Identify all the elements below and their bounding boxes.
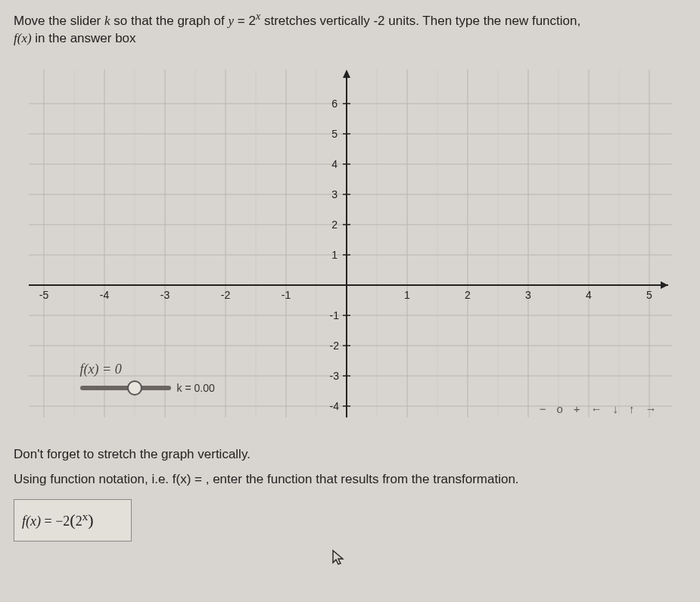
graph-panel[interactable]: -5 -4 -3 -2 -1 1 2 3 4 5 1 2 3 4 5 6 -1 … (21, 58, 680, 429)
slider-k-value: k = 0.00 (177, 382, 215, 394)
svg-text:5: 5 (646, 289, 652, 301)
graph-toolbar: − o + ← ↓ ↑ → (540, 402, 657, 415)
pan-up-button[interactable]: ↑ (629, 402, 635, 415)
var-k: k (104, 14, 110, 28)
svg-text:5: 5 (331, 128, 338, 140)
svg-text:-5: -5 (39, 289, 48, 301)
y-axis-arrow (343, 70, 350, 78)
svg-text:-2: -2 (220, 289, 230, 301)
svg-text:-4: -4 (329, 400, 339, 412)
reminder-text: Don't forget to stretch the graph vertic… (14, 442, 686, 467)
svg-text:-1: -1 (281, 289, 291, 301)
pan-down-button[interactable]: ↓ (613, 402, 619, 415)
reset-button[interactable]: o (556, 402, 562, 415)
answer-input[interactable]: f(x) = −2(2x) (14, 499, 132, 541)
svg-text:2: 2 (465, 289, 471, 301)
slider-function-label: f(x) = 0 (80, 362, 232, 377)
svg-text:1: 1 (404, 289, 410, 301)
slider-k-group: f(x) = 0 k = 0.00 (80, 362, 232, 394)
svg-text:3: 3 (525, 289, 531, 301)
instructions-block: Don't forget to stretch the graph vertic… (14, 442, 686, 541)
slider-k-thumb[interactable] (127, 380, 142, 396)
question-prompt: Move the slider k so that the graph of y… (14, 9, 686, 48)
svg-text:-1: -1 (329, 309, 339, 321)
svg-text:-3: -3 (160, 289, 170, 301)
svg-text:-2: -2 (329, 340, 339, 352)
svg-text:-4: -4 (99, 289, 109, 301)
pan-left-button[interactable]: ← (591, 402, 602, 415)
svg-text:3: 3 (331, 188, 338, 200)
zoom-out-button[interactable]: − (540, 402, 546, 415)
svg-text:4: 4 (586, 289, 592, 301)
svg-text:-3: -3 (329, 370, 339, 382)
slider-k-track[interactable] (80, 386, 171, 390)
x-axis-arrow (661, 281, 668, 289)
svg-text:2: 2 (331, 219, 338, 231)
cursor-icon (331, 548, 345, 574)
pan-right-button[interactable]: → (646, 402, 657, 415)
svg-text:4: 4 (331, 158, 338, 170)
instruction-text: Using function notation, i.e. f(x) = , e… (14, 467, 686, 492)
zoom-in-button[interactable]: + (574, 402, 580, 415)
svg-text:1: 1 (331, 249, 338, 261)
svg-text:6: 6 (331, 98, 338, 110)
